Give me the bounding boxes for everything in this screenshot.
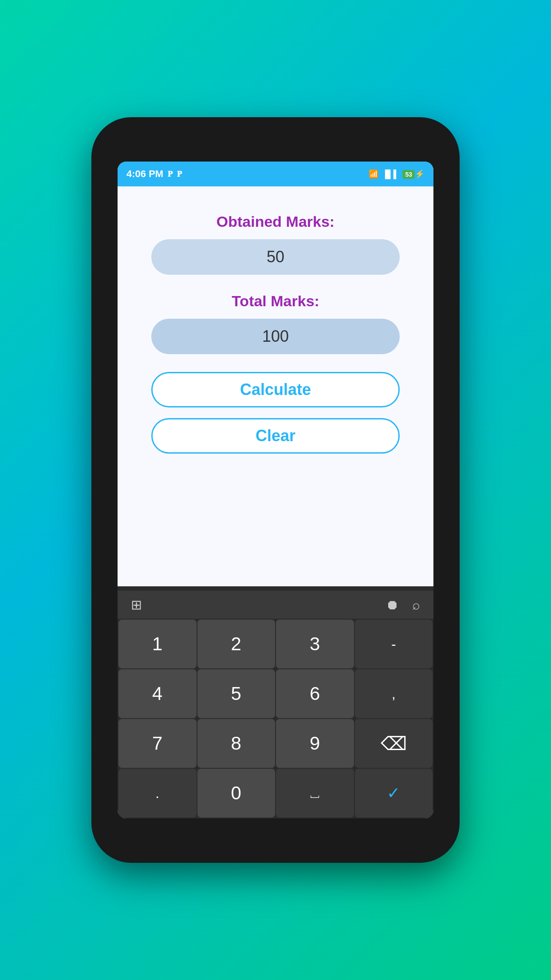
battery-icon: 53⚡ xyxy=(402,169,425,179)
wifi-icon: 📶 xyxy=(369,169,378,179)
status-icon-p2: 𝐏 xyxy=(177,170,182,179)
status-time: 4:06 PM xyxy=(126,168,163,180)
app-content: Obtained Marks: Total Marks: Calculate C… xyxy=(118,186,433,586)
keyboard-grid-icon[interactable]: ⊞ xyxy=(131,597,142,612)
key-7[interactable]: 7 xyxy=(118,719,197,768)
key-backspace[interactable]: ⌫ xyxy=(355,719,433,768)
key-8[interactable]: 8 xyxy=(197,719,276,768)
keyboard-search-icon[interactable]: ⌕ xyxy=(412,597,420,612)
key-9[interactable]: 9 xyxy=(276,719,354,768)
phone-screen: 4:06 PM 𝐏 𝐏 📶 ▐▌▌ 53⚡ Obtained Marks: To… xyxy=(118,162,433,818)
keyboard-rows: 1 2 3 - 4 5 6 , 7 8 9 ⌫ xyxy=(118,619,433,818)
key-3[interactable]: 3 xyxy=(276,620,354,668)
status-icon-p1: 𝐏 xyxy=(168,170,173,179)
toolbar-icons-right: ⏺ ⌕ xyxy=(386,597,420,612)
total-marks-input[interactable] xyxy=(151,319,400,354)
key-comma[interactable]: , xyxy=(355,669,433,718)
signal-icon: ▐▌▌ xyxy=(382,170,399,179)
key-6[interactable]: 6 xyxy=(276,669,354,718)
battery-level: 53 xyxy=(402,170,415,179)
calculate-button[interactable]: Calculate xyxy=(151,372,400,407)
keyboard-row-4: . 0 ⎵ ✓ xyxy=(118,769,433,818)
key-dash[interactable]: - xyxy=(355,620,433,668)
key-0[interactable]: 0 xyxy=(197,769,276,818)
status-right: 📶 ▐▌▌ 53⚡ xyxy=(369,169,425,179)
phone-device: 4:06 PM 𝐏 𝐏 📶 ▐▌▌ 53⚡ Obtained Marks: To… xyxy=(91,117,460,863)
key-space[interactable]: ⎵ xyxy=(276,769,354,818)
key-period[interactable]: . xyxy=(118,769,197,818)
total-marks-label: Total Marks: xyxy=(232,292,319,310)
clear-button[interactable]: Clear xyxy=(151,418,400,454)
obtained-marks-label: Obtained Marks: xyxy=(216,213,335,230)
key-1[interactable]: 1 xyxy=(118,620,197,668)
key-2[interactable]: 2 xyxy=(197,620,276,668)
keyboard-mic-icon[interactable]: ⏺ xyxy=(386,597,399,612)
key-4[interactable]: 4 xyxy=(118,669,197,718)
obtained-marks-input[interactable] xyxy=(151,239,400,275)
status-left: 4:06 PM 𝐏 𝐏 xyxy=(126,168,182,180)
key-confirm[interactable]: ✓ xyxy=(355,769,433,818)
keyboard-row-2: 4 5 6 , xyxy=(118,669,433,718)
key-5[interactable]: 5 xyxy=(197,669,276,718)
keyboard-row-3: 7 8 9 ⌫ xyxy=(118,719,433,768)
keyboard-row-1: 1 2 3 - xyxy=(118,620,433,668)
status-bar: 4:06 PM 𝐏 𝐏 📶 ▐▌▌ 53⚡ xyxy=(118,162,433,186)
keyboard-toolbar: ⊞ ⏺ ⌕ xyxy=(118,591,433,619)
keyboard: ⊞ ⏺ ⌕ 1 2 3 - 4 5 6 xyxy=(118,586,433,818)
